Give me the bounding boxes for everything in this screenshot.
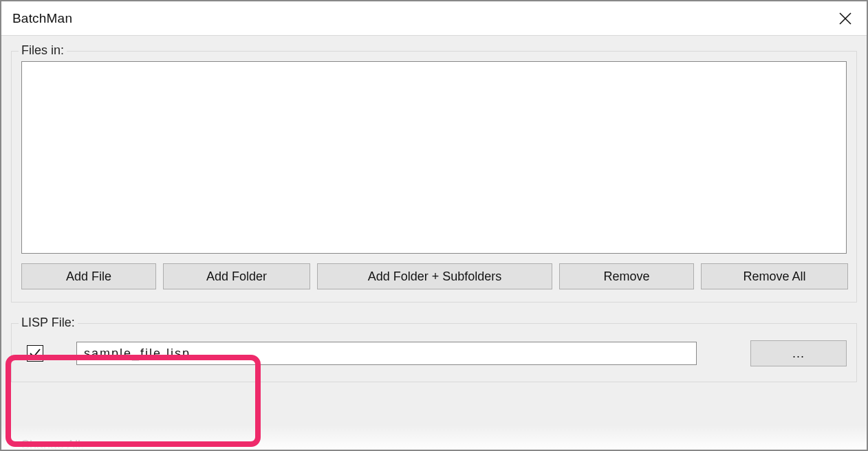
remove-all-button[interactable]: Remove All	[701, 263, 848, 289]
window-title: BatchMan	[12, 11, 72, 26]
titlebar: BatchMan	[1, 1, 867, 35]
lisp-file-label: LISP File:	[19, 316, 78, 330]
close-button[interactable]	[829, 5, 861, 32]
lisp-file-input[interactable]	[76, 342, 697, 365]
file-buttons-row: Add File Add Folder Add Folder + Subfold…	[21, 263, 847, 289]
remove-button[interactable]: Remove	[559, 263, 694, 289]
files-in-label: Files in:	[19, 43, 67, 58]
fade-overlay	[1, 425, 867, 450]
content-area: Files in: Add File Add Folder Add Folder…	[1, 35, 867, 450]
checkmark-icon	[29, 347, 41, 360]
add-folder-subfolders-button[interactable]: Add Folder + Subfolders	[317, 263, 552, 289]
add-file-button[interactable]: Add File	[21, 263, 156, 289]
file-listbox[interactable]	[21, 61, 847, 254]
files-in-group: Files in: Add File Add Folder Add Folder…	[11, 51, 857, 302]
change-all-label: Change All:	[18, 438, 87, 451]
lisp-row: ...	[21, 340, 847, 366]
lisp-file-group: LISP File: ...	[11, 323, 857, 382]
add-folder-button[interactable]: Add Folder	[163, 263, 310, 289]
close-icon	[839, 12, 851, 25]
lisp-enable-checkbox[interactable]	[27, 345, 43, 362]
browse-lisp-button[interactable]: ...	[750, 340, 847, 366]
